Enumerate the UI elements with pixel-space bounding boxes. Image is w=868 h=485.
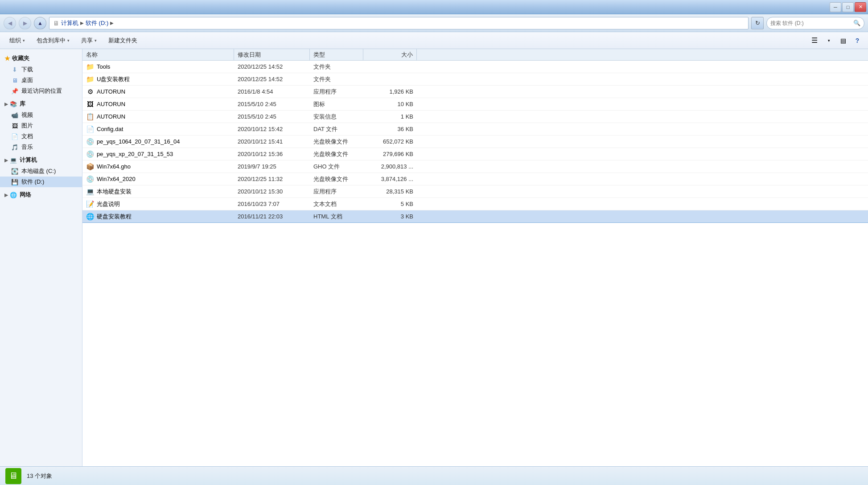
sidebar-item-recent[interactable]: 📌 最近访问的位置 — [0, 86, 82, 96]
table-row[interactable]: 🌐 硬盘安装教程 2016/11/21 22:03 HTML 文档 3 KB — [82, 210, 868, 223]
breadcrumb-arrow-1: ▶ — [80, 21, 84, 25]
file-date-cell: 2020/10/12 15:42 — [234, 123, 310, 135]
organize-label: 组织 — [9, 37, 21, 45]
table-row[interactable]: 💿 Win7x64_2020 2020/12/25 11:32 光盘映像文件 3… — [82, 173, 868, 185]
table-row[interactable]: 💿 pe_yqs_1064_20_07_31_16_04 2020/10/12 … — [82, 136, 868, 148]
search-icon: 🔍 — [853, 20, 860, 26]
table-row[interactable]: 📋 AUTORUN 2015/5/10 2:45 安装信息 1 KB — [82, 111, 868, 123]
maximize-button[interactable]: □ — [842, 2, 854, 12]
file-name-cell: ⚙ AUTORUN — [82, 86, 234, 98]
network-header[interactable]: ▶ 🌐 网络 — [0, 189, 82, 201]
forward-button[interactable]: ▶ — [19, 17, 31, 29]
recent-icon: 📌 — [11, 87, 19, 95]
sidebar-item-document[interactable]: 📄 文档 — [0, 131, 82, 142]
minimize-button[interactable]: ─ — [830, 2, 841, 12]
file-name: Config.dat — [97, 126, 123, 132]
organize-button[interactable]: 组织 ▾ — [4, 34, 30, 47]
file-list: 📁 Tools 2020/12/25 14:52 文件夹 📁 U盘安装教程 20… — [82, 61, 868, 466]
file-type-icon: 🌐 — [86, 213, 94, 221]
file-size-cell — [363, 61, 417, 73]
computer-section: ▶ 💻 计算机 💽 本地磁盘 (C:) 💾 软件 (D:) — [0, 154, 82, 187]
file-name-cell: 📁 U盘安装教程 — [82, 73, 234, 85]
col-header-size[interactable]: 大小 — [363, 49, 417, 60]
table-row[interactable]: 💿 pe_yqs_xp_20_07_31_15_53 2020/10/12 15… — [82, 148, 868, 160]
file-type-cell: 光盘映像文件 — [310, 136, 363, 148]
new-folder-button[interactable]: 新建文件夹 — [103, 34, 142, 47]
computer-icon: 💻 — [10, 157, 17, 164]
table-row[interactable]: 📁 U盘安装教程 2020/12/25 14:52 文件夹 — [82, 73, 868, 86]
table-row[interactable]: 💻 本地硬盘安装 2020/10/12 15:30 应用程序 28,315 KB — [82, 185, 868, 198]
library-header[interactable]: ▶ 📚 库 — [0, 98, 82, 110]
up-button[interactable]: ▲ — [34, 17, 46, 29]
file-date-cell: 2020/10/12 15:30 — [234, 185, 310, 197]
file-name: AUTORUN — [97, 113, 125, 120]
search-input[interactable] — [770, 20, 852, 26]
table-row[interactable]: 📁 Tools 2020/12/25 14:52 文件夹 — [82, 61, 868, 73]
include-label: 包含到库中 — [37, 37, 66, 45]
file-name: pe_yqs_1064_20_07_31_16_04 — [97, 138, 180, 145]
sidebar-item-desktop[interactable]: 🖥 桌面 — [0, 75, 82, 86]
sidebar: ★ 收藏夹 ⬇ 下载 🖥 桌面 📌 最近访问的位置 ▶ 📚 库 — [0, 49, 82, 466]
view-toggle-button[interactable]: ☰ — [808, 34, 821, 47]
window-controls: ─ □ ✕ — [830, 2, 866, 12]
file-type-cell: 安装信息 — [310, 111, 363, 123]
file-date-cell: 2016/11/21 22:03 — [234, 210, 310, 222]
sidebar-item-music[interactable]: 🎵 音乐 — [0, 142, 82, 152]
file-size-cell: 279,696 KB — [363, 148, 417, 160]
file-type-icon: 📄 — [86, 125, 94, 133]
library-section: ▶ 📚 库 📹 视频 🖼 图片 📄 文档 🎵 音乐 — [0, 98, 82, 152]
sidebar-item-video[interactable]: 📹 视频 — [0, 110, 82, 120]
favorites-header[interactable]: ★ 收藏夹 — [0, 53, 82, 64]
sidebar-item-drive-d[interactable]: 💾 软件 (D:) — [0, 177, 82, 187]
file-size-cell: 3 KB — [363, 210, 417, 222]
back-button[interactable]: ◀ — [4, 17, 16, 29]
file-type-cell: 应用程序 — [310, 185, 363, 197]
table-row[interactable]: ⚙ AUTORUN 2016/1/8 4:54 应用程序 1,926 KB — [82, 86, 868, 98]
computer-header[interactable]: ▶ 💻 计算机 — [0, 154, 82, 166]
table-row[interactable]: 📝 光盘说明 2016/10/23 7:07 文本文档 5 KB — [82, 198, 868, 210]
close-button[interactable]: ✕ — [855, 2, 866, 12]
title-bar: ─ □ ✕ — [0, 0, 868, 14]
include-button[interactable]: 包含到库中 ▾ — [32, 34, 74, 47]
help-button[interactable]: ? — [851, 34, 864, 47]
refresh-button[interactable]: ↻ — [751, 17, 764, 29]
sidebar-item-drive-c[interactable]: 💽 本地磁盘 (C:) — [0, 166, 82, 177]
drive-c-label: 本地磁盘 (C:) — [21, 167, 56, 175]
file-name-cell: 📝 光盘说明 — [82, 198, 234, 210]
col-header-date[interactable]: 修改日期 — [234, 49, 310, 60]
drive-d-icon: 💾 — [11, 178, 19, 186]
file-name: Win7x64.gho — [97, 163, 131, 170]
file-name-cell: 📦 Win7x64.gho — [82, 160, 234, 173]
share-button[interactable]: 共享 ▾ — [76, 34, 102, 47]
breadcrumb-computer[interactable]: 计算机 — [61, 19, 78, 27]
video-icon: 📹 — [11, 111, 19, 119]
file-type-icon: 📦 — [86, 163, 94, 171]
file-size-cell: 36 KB — [363, 123, 417, 135]
network-section: ▶ 🌐 网络 — [0, 189, 82, 201]
table-row[interactable]: 📦 Win7x64.gho 2019/9/7 19:25 GHO 文件 2,90… — [82, 160, 868, 173]
toolbar: 组织 ▾ 包含到库中 ▾ 共享 ▾ 新建文件夹 ☰ ▾ ▤ ? — [0, 32, 868, 49]
table-row[interactable]: 🖼 AUTORUN 2015/5/10 2:45 图标 10 KB — [82, 98, 868, 111]
file-name: pe_yqs_xp_20_07_31_15_53 — [97, 151, 173, 157]
desktop-icon: 🖥 — [11, 76, 19, 84]
col-header-type[interactable]: 类型 — [310, 49, 363, 60]
download-label: 下载 — [21, 66, 33, 74]
file-type-icon: 📁 — [86, 63, 94, 71]
sidebar-item-download[interactable]: ⬇ 下载 — [0, 64, 82, 75]
sidebar-item-picture[interactable]: 🖼 图片 — [0, 120, 82, 131]
file-type-cell: 文本文档 — [310, 198, 363, 210]
network-collapse-icon: ▶ — [4, 193, 8, 197]
preview-pane-button[interactable]: ▤ — [837, 34, 849, 47]
status-bar: 🖥 13 个对象 — [0, 466, 868, 485]
col-header-name[interactable]: 名称 — [82, 49, 234, 60]
table-row[interactable]: 📄 Config.dat 2020/10/12 15:42 DAT 文件 36 … — [82, 123, 868, 136]
file-type-cell: DAT 文件 — [310, 123, 363, 135]
view-dropdown-button[interactable]: ▾ — [823, 34, 835, 47]
organize-dropdown-icon: ▾ — [23, 38, 25, 43]
picture-icon: 🖼 — [11, 122, 19, 130]
file-name: Tools — [97, 63, 110, 70]
file-type-cell: 应用程序 — [310, 86, 363, 98]
breadcrumb-drive[interactable]: 软件 (D:) — [86, 19, 108, 27]
file-type-icon: 💻 — [86, 188, 94, 196]
favorites-section: ★ 收藏夹 ⬇ 下载 🖥 桌面 📌 最近访问的位置 — [0, 53, 82, 96]
